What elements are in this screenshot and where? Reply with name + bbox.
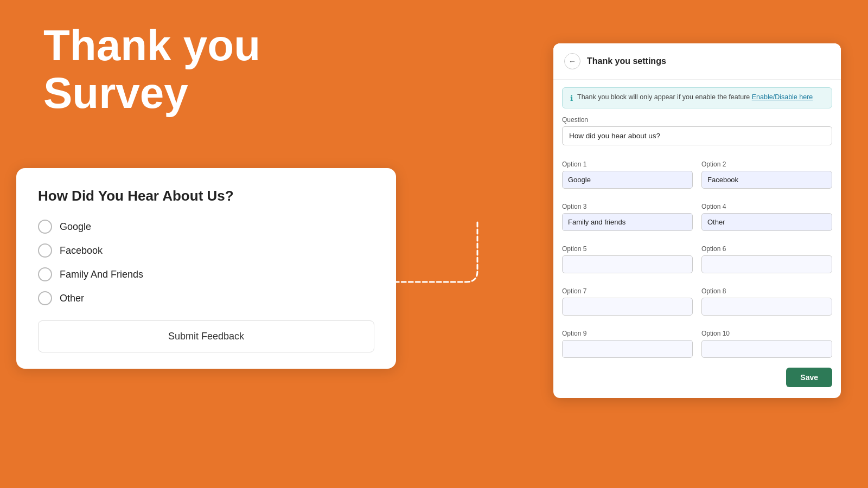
option-group-3: Option 3 xyxy=(562,195,693,231)
radio-circle-facebook[interactable] xyxy=(38,243,52,258)
option-2-input[interactable] xyxy=(701,171,832,189)
radio-option-google[interactable]: Google xyxy=(38,220,374,234)
radio-label-other: Other xyxy=(60,293,84,304)
option-group-10: Option 10 xyxy=(701,322,832,358)
back-button[interactable]: ← xyxy=(564,53,580,69)
hero-title-line2: Survey xyxy=(43,69,188,117)
option-group-4: Option 4 xyxy=(701,195,832,231)
options-grid: Option 1 Option 2 Option 3 Option 4 Opti… xyxy=(562,153,832,358)
option-group-8: Option 8 xyxy=(701,280,832,316)
connector-arrow xyxy=(380,217,488,304)
option-6-label: Option 6 xyxy=(701,245,832,253)
option-7-label: Option 7 xyxy=(562,287,693,295)
info-banner: ℹ Thank you block will only appear if yo… xyxy=(562,87,832,108)
radio-circle-family[interactable] xyxy=(38,267,52,281)
radio-option-family[interactable]: Family And Friends xyxy=(38,267,374,281)
option-3-input[interactable] xyxy=(562,213,693,231)
radio-circle-other[interactable] xyxy=(38,291,52,305)
option-10-input[interactable] xyxy=(701,340,832,358)
option-3-label: Option 3 xyxy=(562,203,693,210)
option-group-6: Option 6 xyxy=(701,237,832,273)
info-banner-text: Thank you block will only appear if you … xyxy=(577,93,750,101)
info-text: Thank you block will only appear if you … xyxy=(577,93,813,101)
option-1-input[interactable] xyxy=(562,171,693,189)
option-8-input[interactable] xyxy=(701,298,832,316)
radio-label-google: Google xyxy=(60,221,91,233)
survey-card: How Did You Hear About Us? Google Facebo… xyxy=(16,168,396,369)
survey-question: How Did You Hear About Us? xyxy=(38,188,374,204)
radio-circle-google[interactable] xyxy=(38,220,52,234)
radio-option-other[interactable]: Other xyxy=(38,291,374,305)
hero-title: Thank you Survey xyxy=(43,22,260,117)
option-1-label: Option 1 xyxy=(562,160,693,168)
question-label: Question xyxy=(562,116,832,124)
option-group-1: Option 1 xyxy=(562,153,693,189)
option-group-2: Option 2 xyxy=(701,153,832,189)
hero-title-line1: Thank you xyxy=(43,21,260,69)
save-button[interactable]: Save xyxy=(786,368,832,387)
settings-body: Question Option 1 Option 2 Option 3 Opti… xyxy=(553,116,841,398)
settings-panel: ← Thank you settings ℹ Thank you block w… xyxy=(553,43,841,398)
option-group-7: Option 7 xyxy=(562,280,693,316)
option-2-label: Option 2 xyxy=(701,160,832,168)
option-7-input[interactable] xyxy=(562,298,693,316)
option-8-label: Option 8 xyxy=(701,287,832,295)
option-4-label: Option 4 xyxy=(701,203,832,210)
radio-label-family: Family And Friends xyxy=(60,269,143,280)
option-4-input[interactable] xyxy=(701,213,832,231)
option-group-9: Option 9 xyxy=(562,322,693,358)
radio-option-facebook[interactable]: Facebook xyxy=(38,243,374,258)
back-icon: ← xyxy=(569,57,576,66)
info-icon: ℹ xyxy=(570,94,573,102)
enable-disable-link[interactable]: Enable/Disable here xyxy=(752,93,813,101)
option-5-label: Option 5 xyxy=(562,245,693,253)
option-6-input[interactable] xyxy=(701,255,832,273)
settings-header: ← Thank you settings xyxy=(553,43,841,80)
option-9-input[interactable] xyxy=(562,340,693,358)
option-10-label: Option 10 xyxy=(701,330,832,337)
submit-button[interactable]: Submit Feedback xyxy=(38,320,374,352)
option-group-5: Option 5 xyxy=(562,237,693,273)
radio-label-facebook: Facebook xyxy=(60,245,103,256)
option-5-input[interactable] xyxy=(562,255,693,273)
option-9-label: Option 9 xyxy=(562,330,693,337)
question-input[interactable] xyxy=(562,126,832,145)
settings-title: Thank you settings xyxy=(587,56,666,66)
